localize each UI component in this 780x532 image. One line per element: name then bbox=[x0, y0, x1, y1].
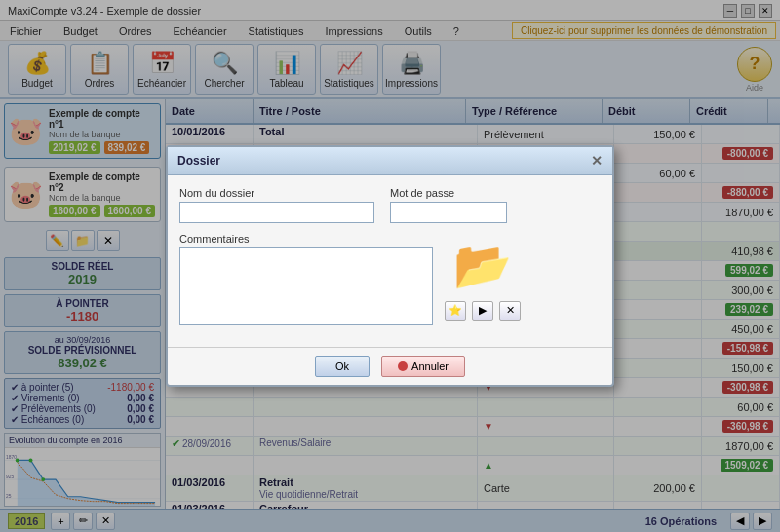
dialog-mdp-input[interactable] bbox=[390, 202, 507, 223]
dialog-buttons: Ok Annuler bbox=[168, 347, 612, 385]
dialog-comments-wrap: Commentaires 📂 ⭐ ▶ ✕ bbox=[179, 233, 601, 325]
dialog-field-comments: Commentaires bbox=[179, 233, 433, 325]
folder-btn-2[interactable]: ▶ bbox=[472, 301, 493, 321]
dialog-field-nom: Nom du dossier bbox=[179, 187, 374, 223]
dialog-overlay: Dossier ✕ Nom du dossier Mot de passe Co… bbox=[0, 0, 780, 532]
dialog-title-text: Dossier bbox=[177, 154, 220, 168]
dialog-fields-row: Nom du dossier Mot de passe bbox=[179, 187, 601, 223]
folder-sub-icons: ⭐ ▶ ✕ bbox=[445, 301, 521, 321]
dialog-title: Dossier ✕ bbox=[168, 147, 612, 175]
dialog-mdp-label: Mot de passe bbox=[390, 187, 507, 199]
dialog-nom-input[interactable] bbox=[179, 202, 374, 223]
cancel-dot-icon bbox=[398, 361, 408, 371]
dialog-close-button[interactable]: ✕ bbox=[591, 153, 603, 169]
dialog-field-mdp: Mot de passe bbox=[390, 187, 507, 223]
folder-btn-3[interactable]: ✕ bbox=[499, 301, 521, 321]
dialog-cancel-button[interactable]: Annuler bbox=[381, 356, 465, 377]
dialog: Dossier ✕ Nom du dossier Mot de passe Co… bbox=[166, 145, 614, 387]
dialog-comments-label: Commentaires bbox=[179, 233, 433, 245]
dialog-nom-label: Nom du dossier bbox=[179, 187, 374, 199]
folder-icon: 📂 bbox=[453, 239, 512, 293]
dialog-comments-input[interactable] bbox=[179, 247, 433, 325]
dialog-cancel-label: Annuler bbox=[411, 361, 448, 372]
folder-icon-area: 📂 ⭐ ▶ ✕ bbox=[445, 233, 521, 325]
folder-btn-1[interactable]: ⭐ bbox=[445, 301, 466, 321]
dialog-body: Nom du dossier Mot de passe Commentaires… bbox=[168, 175, 612, 347]
dialog-ok-button[interactable]: Ok bbox=[315, 356, 370, 377]
